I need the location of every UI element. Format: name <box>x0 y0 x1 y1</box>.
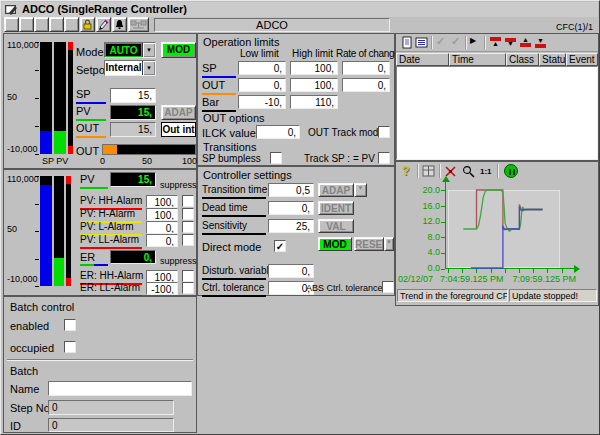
trend-yaxis-arrow <box>442 176 450 182</box>
transition-time-field[interactable]: 0,5 <box>268 183 314 197</box>
magnifier-icon <box>462 165 475 178</box>
pv-l-suppress-checkbox[interactable] <box>182 221 194 233</box>
tag-field: ADCO <box>154 18 390 32</box>
class-column-header[interactable]: Class <box>506 53 539 66</box>
limit-high-mark <box>68 42 73 50</box>
high-limit-header: High limit <box>292 48 333 59</box>
mod-button[interactable]: MOD <box>318 237 352 251</box>
toolbar-blank-button-2[interactable] <box>19 17 34 32</box>
help-button[interactable]: ? <box>402 164 415 177</box>
toolbar-blank-button-5[interactable] <box>64 17 79 32</box>
adap-indicator-button: ADAP <box>161 105 196 120</box>
mode-combo-arrow-icon[interactable]: ▼ <box>142 43 155 57</box>
date-column-header[interactable]: Date <box>396 53 449 66</box>
previous-message-button[interactable]: ▼ <box>504 36 517 49</box>
sensitivity-field[interactable]: 25, <box>268 219 314 233</box>
event-column-header[interactable]: Event <box>566 53 598 66</box>
sp-rate-field[interactable]: 0, <box>342 61 390 75</box>
last-message-button[interactable]: ▼ <box>534 36 547 49</box>
dead-time-field[interactable]: 0, <box>268 201 314 215</box>
sp-bumpless-checkbox[interactable] <box>270 152 282 164</box>
first-message-button[interactable]: ▲ <box>489 36 502 49</box>
next-message-button[interactable]: ▲ <box>519 36 532 49</box>
bar-low-limit-field[interactable]: -10, <box>238 95 286 109</box>
out-high-limit-field[interactable]: 100, <box>290 78 338 92</box>
pv-l-alarm-field[interactable]: 0, <box>146 221 178 234</box>
trend-date-label: 02/12/07 <box>398 274 433 284</box>
sp-high-limit-field[interactable]: 100, <box>290 61 338 75</box>
alarm-pv-bar <box>54 176 64 286</box>
mod-indicator-button[interactable]: MOD <box>161 42 196 58</box>
er-ll-suppress-checkbox[interactable] <box>182 282 194 294</box>
er-hh-suppress-checkbox[interactable] <box>182 270 194 282</box>
setpoint-combo[interactable]: Internal ▼ <box>104 60 156 76</box>
ctrl-tolerance-label: Ctrl. tolerance <box>202 282 266 297</box>
pv-hh-suppress-checkbox[interactable] <box>182 195 194 207</box>
toolbar-blank-button-4[interactable] <box>49 17 64 32</box>
track-sp-label: Track SP : = PV <box>304 153 375 164</box>
occupied-label: occupied <box>10 342 54 354</box>
adap-dropdown-arrow: ▼ <box>354 183 367 197</box>
pause-button[interactable] <box>504 164 518 178</box>
occupied-checkbox[interactable] <box>64 341 76 353</box>
suppress-label-pv: suppress <box>160 180 197 190</box>
lock-button[interactable] <box>80 17 95 32</box>
val-button: VAL <box>318 219 354 233</box>
pv-ll-alarm-field[interactable]: 0, <box>146 234 178 247</box>
ilck-value-field[interactable]: 0, <box>256 125 300 139</box>
bell-button[interactable] <box>112 17 127 32</box>
sp-low-limit-field[interactable]: 0, <box>238 61 286 75</box>
tag-name: ADCO <box>256 19 288 31</box>
message-page-button[interactable] <box>401 36 414 49</box>
status-column-header[interactable]: Status <box>539 53 566 66</box>
direct-mode-checkbox[interactable] <box>274 240 286 252</box>
pv-hh-alarm-field[interactable]: 100, <box>146 195 178 208</box>
mode-combo[interactable]: AUTO ▼ <box>104 42 156 58</box>
sp-value-field[interactable]: 15, <box>110 88 156 103</box>
out-int-button[interactable]: Out int <box>161 122 196 137</box>
toolbar-blank-button-1[interactable] <box>4 17 19 32</box>
out-track-mode-checkbox[interactable] <box>378 126 390 138</box>
pv-ll-suppress-checkbox[interactable] <box>182 234 194 246</box>
limit-bar <box>68 42 73 154</box>
list-icon <box>415 36 428 49</box>
zoom-one-to-one-button[interactable]: 1:1 <box>480 167 492 176</box>
pv-bar <box>54 42 66 154</box>
setpoint-combo-arrow-icon[interactable]: ▼ <box>142 61 155 75</box>
enabled-checkbox[interactable] <box>64 319 76 331</box>
pv-value-field: 15, <box>110 105 156 120</box>
pv-h-suppress-checkbox[interactable] <box>182 208 194 220</box>
bargraph-axis-label: SP PV <box>42 156 68 166</box>
zoom-button[interactable] <box>462 165 475 178</box>
bar-high-limit-field[interactable]: 110, <box>290 95 338 109</box>
pv-h-alarm-field[interactable]: 100, <box>146 208 178 221</box>
batch-panel: Batch control enabled occupied Batch Nam… <box>3 296 197 433</box>
setpoint-value[interactable]: Internal <box>105 61 142 75</box>
er-ll-alarm-field[interactable]: -100, <box>146 282 178 295</box>
trend-select-button[interactable] <box>422 165 435 178</box>
bargraph-ticks <box>35 42 39 155</box>
mode-value[interactable]: AUTO <box>105 43 142 57</box>
message-list-button[interactable] <box>415 36 428 49</box>
out-low-limit-field[interactable]: 0, <box>238 78 286 92</box>
batch-name-field[interactable] <box>48 381 192 396</box>
direct-mode-label: Direct mode <box>202 241 261 253</box>
trend-toolbar: ? 1:1 <box>396 162 598 182</box>
pen-button[interactable] <box>96 17 111 32</box>
enabled-label: enabled <box>10 320 49 332</box>
time-column-header[interactable]: Time <box>449 53 506 66</box>
toolbar-blank-button-3[interactable] <box>34 17 49 32</box>
sp-bar-fill <box>40 131 52 154</box>
page-icon <box>401 36 414 49</box>
dead-time-label: Dead time <box>202 202 266 217</box>
out-track-mode-label: OUT Track mode <box>308 127 384 138</box>
alarm-bargraph-ticks <box>35 176 39 287</box>
disturb-variable-field[interactable]: 0, <box>268 264 314 278</box>
out-rate-field[interactable]: 0, <box>342 78 390 92</box>
batch-divider <box>7 359 193 361</box>
transition-time-label: Transition time <box>202 184 266 199</box>
autoscroll-button[interactable]: ▶ <box>470 36 483 49</box>
out-options-title: OUT options <box>203 112 265 124</box>
track-sp-checkbox[interactable] <box>378 152 390 164</box>
abs-ctrl-tolerance-checkbox[interactable] <box>382 281 394 293</box>
